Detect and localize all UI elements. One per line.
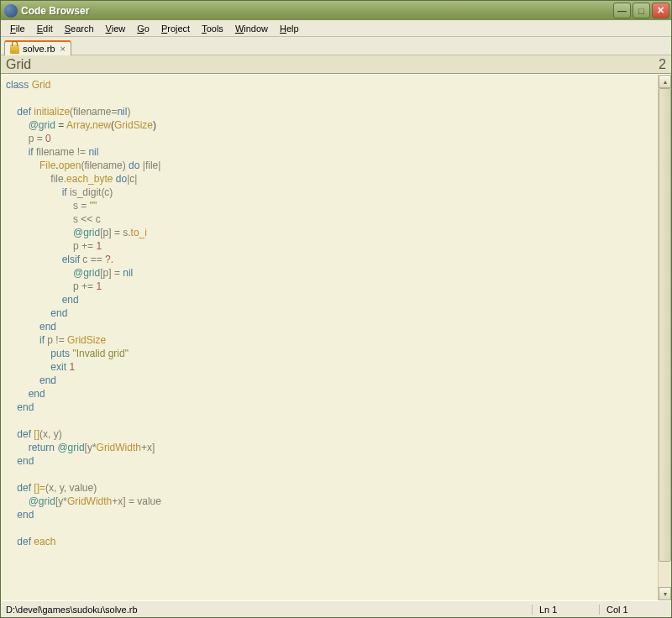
menu-help[interactable]: Help <box>274 22 305 35</box>
editor-area: class Grid def initialize(filename=nil) … <box>1 74 671 600</box>
menu-search[interactable]: Search <box>59 22 100 35</box>
tab-close-icon[interactable]: × <box>60 44 66 54</box>
menu-file[interactable]: File <box>4 22 31 35</box>
close-button[interactable]: ✕ <box>652 3 669 18</box>
app-window: Code Browser — □ ✕ File Edit Search View… <box>0 0 672 618</box>
window-title: Code Browser <box>21 5 613 17</box>
scroll-thumb[interactable] <box>659 88 671 562</box>
tabbar: solve.rb × <box>1 37 671 55</box>
tab-label: solve.rb <box>23 44 55 54</box>
status-col: Col 1 <box>599 605 666 615</box>
menu-view[interactable]: View <box>100 22 132 35</box>
lock-icon <box>10 45 19 54</box>
status-line: Ln 1 <box>532 605 599 615</box>
menubar: File Edit Search View Go Project Tools W… <box>1 20 671 37</box>
window-controls: — □ ✕ <box>613 3 669 18</box>
menu-go[interactable]: Go <box>131 22 155 35</box>
menu-edit[interactable]: Edit <box>31 22 59 35</box>
scroll-down-icon[interactable]: ▾ <box>659 587 671 600</box>
minimize-button[interactable]: — <box>613 3 631 18</box>
menu-window[interactable]: Window <box>229 22 274 35</box>
scroll-up-icon[interactable]: ▴ <box>659 75 671 88</box>
tab-solve-rb[interactable]: solve.rb × <box>4 40 71 55</box>
status-path: D:\devel\games\sudoku\solve.rb <box>6 605 532 615</box>
scroll-track[interactable] <box>659 88 671 587</box>
section-header: Grid 2 <box>1 55 671 74</box>
section-title: Grid <box>6 57 659 72</box>
menu-tools[interactable]: Tools <box>196 22 229 35</box>
maximize-button[interactable]: □ <box>633 3 650 18</box>
menu-project[interactable]: Project <box>155 22 196 35</box>
statusbar: D:\devel\games\sudoku\solve.rb Ln 1 Col … <box>1 600 671 617</box>
section-count: 2 <box>659 57 666 72</box>
app-icon <box>4 4 18 18</box>
vertical-scrollbar[interactable]: ▴ ▾ <box>658 75 671 600</box>
titlebar: Code Browser — □ ✕ <box>1 1 671 20</box>
code-editor[interactable]: class Grid def initialize(filename=nil) … <box>1 75 658 600</box>
